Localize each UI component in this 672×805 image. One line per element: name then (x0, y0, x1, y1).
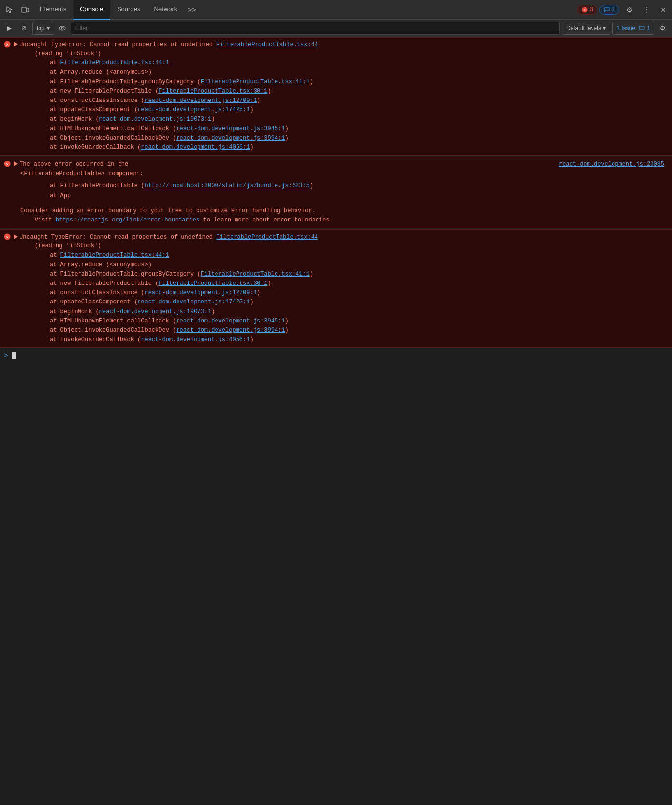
expand-icon-3[interactable] (14, 234, 18, 239)
expand-icon-1[interactable] (14, 42, 18, 47)
stack-link-3-7[interactable]: react-dom.development.js:19073:1 (99, 308, 211, 315)
svg-text:✕: ✕ (6, 162, 9, 167)
stack-link-1-1[interactable]: FilterableProductTable.tsx:44:1 (60, 60, 169, 66)
error-link-2-boundary[interactable]: https://reactjs.org/link/error-boundarie… (56, 217, 199, 223)
svg-text:✕: ✕ (6, 235, 9, 240)
console-settings-button[interactable]: ⚙ (656, 22, 669, 35)
stack-link-3-9[interactable]: react-dom.development.js:3994:1 (176, 327, 285, 334)
eye-button[interactable] (56, 22, 69, 35)
console-prompt: > (0, 349, 672, 362)
error-block-2: ✕ The above error occurred in the react-… (0, 157, 672, 228)
clear-console-button[interactable]: ⊘ (18, 22, 30, 35)
stack-link-3-8[interactable]: react-dom.development.js:3945:1 (176, 318, 285, 324)
default-levels-dropdown[interactable]: Default levels ▾ (562, 22, 610, 35)
issues-badge[interactable]: 1 Issue: 1 (612, 22, 654, 35)
svg-point-5 (59, 26, 65, 30)
stack-link-3-4[interactable]: FilterableProductTable.tsx:30:1 (158, 280, 267, 287)
message-count-badge[interactable]: 1 (599, 5, 619, 15)
settings-button[interactable]: ⚙ (621, 2, 637, 18)
error-link-2-right[interactable]: react-dom.development.js:20085 (559, 160, 668, 169)
more-tabs-button[interactable]: >> (184, 2, 199, 18)
stack-link-1-9[interactable]: react-dom.development.js:3994:1 (176, 135, 285, 141)
svg-rect-1 (27, 8, 29, 12)
error-count-badge[interactable]: ✕ 3 (577, 5, 597, 15)
stack-link-3-3[interactable]: FilterableProductTable.tsx:41:1 (201, 271, 310, 278)
error-icon-2: ✕ (4, 161, 11, 169)
stack-link-1-6[interactable]: react-dom.development.js:17425:1 (138, 106, 250, 113)
tab-console[interactable]: Console (73, 0, 110, 20)
error-link-3-main[interactable]: FilterableProductTable.tsx:44 (216, 234, 318, 241)
stack-link-1-3[interactable]: FilterableProductTable.tsx:41:1 (201, 79, 310, 85)
filter-input[interactable] (71, 22, 560, 35)
stack-link-1-10[interactable]: react-dom.development.js:4056:1 (141, 144, 250, 151)
stack-link-3-1[interactable]: FilterableProductTable.tsx:44:1 (60, 252, 169, 259)
stack-link-3-5[interactable]: react-dom.development.js:12709:1 (144, 289, 257, 296)
expand-icon-2[interactable] (14, 161, 18, 166)
svg-rect-0 (22, 7, 26, 12)
tab-sources[interactable]: Sources (110, 0, 147, 20)
prompt-symbol: > (4, 352, 8, 360)
console-content: ✕ Uncaught TypeError: Cannot read proper… (0, 37, 672, 362)
stack-link-3-6[interactable]: react-dom.development.js:17425:1 (138, 299, 250, 305)
error-block-3: ✕ Uncaught TypeError: Cannot read proper… (0, 229, 672, 348)
more-options-button[interactable]: ⋮ (639, 2, 654, 18)
error-icon-3: ✕ (4, 233, 11, 242)
execute-button[interactable]: ▶ (3, 22, 16, 35)
context-dropdown[interactable]: top ▾ (32, 22, 54, 35)
stack-link-1-4[interactable]: FilterableProductTable.tsx:30:1 (158, 88, 267, 95)
prompt-cursor (12, 352, 16, 359)
device-toggle-button[interactable] (18, 2, 33, 18)
svg-point-6 (61, 27, 63, 29)
error-icon-1: ✕ (4, 41, 11, 50)
devtools-toolbar: Elements Console Sources Network >> ✕ 3 … (0, 0, 672, 20)
stack-link-1-8[interactable]: react-dom.development.js:3945:1 (176, 125, 285, 132)
tab-elements[interactable]: Elements (33, 0, 73, 20)
stack-link-1-5[interactable]: react-dom.development.js:12709:1 (144, 97, 257, 104)
stack-link-2-1[interactable]: http://localhost:3000/static/js/bundle.j… (144, 182, 309, 189)
stack-link-1-7[interactable]: react-dom.development.js:19073:1 (99, 116, 211, 122)
stack-link-3-10[interactable]: react-dom.development.js:4056:1 (141, 336, 250, 343)
error-link-1-main[interactable]: FilterableProductTable.tsx:44 (216, 41, 318, 48)
error-block-1: ✕ Uncaught TypeError: Cannot read proper… (0, 37, 672, 156)
select-tool-button[interactable] (2, 2, 18, 18)
svg-text:✕: ✕ (6, 42, 9, 48)
svg-text:✕: ✕ (583, 8, 586, 12)
tab-network[interactable]: Network (147, 0, 184, 20)
console-toolbar: ▶ ⊘ top ▾ Default levels ▾ 1 Issue: 1 ⚙ (0, 20, 672, 37)
close-devtools-button[interactable]: ✕ (656, 3, 670, 17)
